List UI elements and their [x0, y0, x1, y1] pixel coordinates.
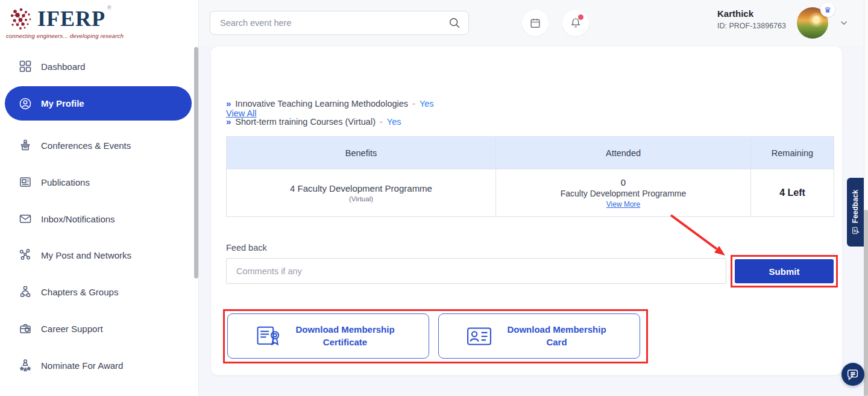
envelope-icon — [18, 212, 33, 226]
feedback-side-tab[interactable]: Feedback — [847, 178, 864, 247]
dashboard-grid-icon — [18, 59, 33, 74]
logo-globe-icon — [7, 6, 35, 34]
benefit-title: 4 Faculty Development Programme — [227, 183, 495, 193]
remaining-cell: 4 Left — [751, 169, 834, 217]
newspaper-icon — [18, 175, 33, 189]
notification-badge — [578, 14, 583, 20]
sidebar-item-label: Nominate For Award — [41, 360, 123, 371]
sidebar-item-label: Conferences & Events — [41, 140, 131, 151]
notifications-button[interactable] — [562, 10, 589, 36]
crown-icon: ♛ — [820, 2, 835, 17]
sidebar-item-nominate-award[interactable]: Nominate For Award — [0, 351, 199, 380]
briefcase-icon — [18, 321, 33, 336]
sidebar-item-label: My Post and Networks — [41, 250, 131, 260]
download-card-button[interactable]: Download Membership Card — [438, 313, 640, 359]
benefit-answer-link[interactable]: Yes — [387, 117, 401, 127]
sidebar-item-posts-networks[interactable]: My Post and Networks — [0, 240, 199, 269]
sidebar-item-label: Inbox/Notifications — [41, 214, 115, 224]
view-more-link[interactable]: View More — [606, 200, 640, 209]
sidebar-item-career-support[interactable]: Career Support — [0, 314, 199, 343]
page-scrollbar[interactable] — [864, 210, 868, 396]
calendar-button[interactable] — [522, 10, 549, 36]
chat-bubble-icon — [846, 367, 860, 382]
id-card-icon — [466, 324, 492, 348]
iferp-logo[interactable]: IFERP ® connecting engineers... developi… — [6, 5, 157, 42]
separator: - — [412, 99, 415, 108]
chat-button[interactable] — [841, 363, 864, 386]
profile-benefits-card: » Innovative Teaching Learning Methodolo… — [211, 46, 842, 375]
search-icon[interactable] — [448, 16, 461, 30]
user-info[interactable]: Karthick ID: PROF-13896763 — [717, 8, 796, 30]
view-all-link[interactable]: View All — [226, 108, 257, 118]
attended-label: Faculty Development Programme — [496, 189, 750, 198]
network-nodes-icon — [18, 248, 33, 262]
download-card-label: Download Membership Card — [501, 324, 612, 348]
sidebar-item-chapters-groups[interactable]: Chapters & Groups — [0, 277, 199, 306]
benefit-note: (Virtual) — [227, 195, 495, 203]
brand-tagline: connecting engineers... developing resea… — [6, 33, 157, 39]
remaining-value: 4 Left — [779, 187, 805, 198]
brand-name: IFERP — [37, 6, 105, 31]
feedback-label: Feed back — [226, 243, 267, 253]
chevron-down-icon[interactable] — [838, 17, 849, 28]
table-row: 4 Faculty Development Programme (Virtual… — [227, 169, 834, 217]
download-certificate-button[interactable]: Download Membership Certificate — [227, 313, 429, 359]
col-header-attended: Attended — [496, 137, 751, 169]
sidebar-item-label: Dashboard — [41, 61, 85, 72]
submit-button[interactable]: Submit — [735, 259, 834, 283]
table-header-row: Benefits Attended Remaining — [227, 137, 834, 169]
registered-mark: ® — [107, 5, 112, 11]
benefit-text: Short-term training Courses (Virtual) — [235, 117, 376, 127]
user-name: Karthick — [717, 8, 796, 19]
award-person-icon — [18, 358, 33, 372]
sidebar-item-label: Publications — [41, 177, 90, 187]
benefits-table: Benefits Attended Remaining 4 Faculty De… — [226, 136, 834, 217]
event-search — [210, 11, 469, 35]
sidebar-item-conferences[interactable]: Conferences & Events — [0, 131, 199, 160]
downloads-annotation-box: Download Membership Certificate Download… — [223, 309, 648, 363]
attended-count: 0 — [496, 177, 750, 187]
double-chevron-icon: » — [226, 98, 231, 108]
feedback-comments-input[interactable] — [226, 258, 726, 284]
org-chart-icon — [18, 284, 33, 299]
feedback-tab-label: Feedback — [851, 190, 860, 223]
search-input[interactable] — [220, 11, 443, 34]
benefit-list-item: » Short-term training Courses (Virtual) … — [226, 116, 401, 128]
separator: - — [380, 117, 383, 127]
benefit-cell: 4 Faculty Development Programme (Virtual… — [227, 169, 496, 217]
benefit-answer-link[interactable]: Yes — [420, 99, 434, 108]
profile-person-icon — [18, 96, 33, 111]
submit-annotation-box: Submit — [731, 255, 838, 288]
attended-cell: 0 Faculty Development Programme View Mor… — [496, 169, 751, 217]
sidebar-item-dashboard[interactable]: Dashboard — [0, 52, 199, 81]
calendar-icon — [529, 16, 542, 30]
user-id: ID: PROF-13896763 — [717, 22, 796, 30]
sidebar-item-label: My Profile — [41, 98, 84, 108]
benefit-text: Innovative Teaching Learning Methodologi… — [235, 99, 408, 108]
conference-podium-icon — [18, 138, 33, 152]
top-bar: Karthick ID: PROF-13896763 ♛ — [200, 0, 868, 46]
col-header-benefits: Benefits — [227, 137, 496, 169]
sidebar: IFERP ® connecting engineers... developi… — [0, 0, 199, 396]
certificate-icon — [256, 324, 281, 349]
sidebar-item-inbox[interactable]: Inbox/Notifications — [0, 204, 199, 233]
download-certificate-label: Download Membership Certificate — [289, 324, 401, 348]
speech-bubble-icon — [852, 227, 860, 234]
sidebar-item-publications[interactable]: Publications — [0, 168, 199, 196]
sidebar-item-label: Career Support — [41, 324, 103, 334]
col-header-remaining: Remaining — [751, 137, 834, 169]
benefit-list-item: » Innovative Teaching Learning Methodolo… — [226, 98, 434, 110]
sidebar-item-my-profile[interactable]: My Profile — [5, 86, 192, 121]
sidebar-item-label: Chapters & Groups — [41, 287, 118, 297]
sidebar-scrollbar[interactable] — [194, 47, 198, 278]
